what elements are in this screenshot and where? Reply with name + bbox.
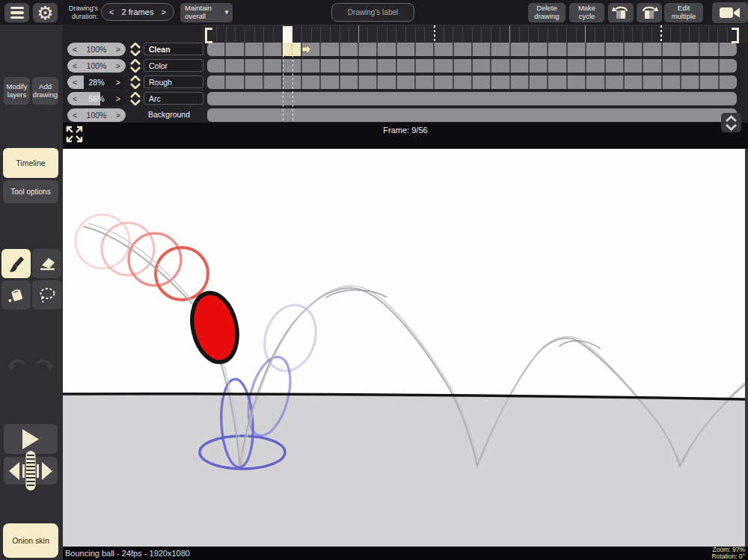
range-start-bracket[interactable] <box>205 28 212 43</box>
layer-name-clean[interactable]: Clean <box>144 43 203 55</box>
timeline-cell[interactable] <box>264 43 281 56</box>
onion-skin-button[interactable]: Onion skin <box>3 523 58 558</box>
timeline-cell[interactable] <box>681 43 699 56</box>
timeline-cell[interactable] <box>245 43 263 56</box>
opacity-next-button[interactable]: > <box>116 59 120 73</box>
add-drawing-button[interactable]: Add drawing <box>32 77 58 105</box>
drawing-canvas[interactable] <box>63 149 745 547</box>
layer-opacity-stepper[interactable]: <100%> <box>67 108 126 122</box>
timeline-cell[interactable] <box>302 76 319 89</box>
layer-name-rough[interactable]: Rough <box>144 76 203 88</box>
timeline-cell[interactable] <box>511 76 528 89</box>
timeline-cell[interactable] <box>720 76 737 89</box>
undo-button[interactable] <box>6 354 28 375</box>
delete-drawing-button[interactable]: Delete drawing <box>528 3 565 22</box>
maintain-overall-dropdown[interactable]: Maintain overall ▼ <box>180 3 233 22</box>
timeline-cell[interactable] <box>606 43 623 56</box>
timeline-cell[interactable] <box>606 76 623 89</box>
timeline-cell[interactable] <box>625 76 642 89</box>
timeline-cell[interactable] <box>643 76 660 89</box>
timeline-cell[interactable] <box>700 76 717 89</box>
timeline-cell[interactable] <box>491 76 509 89</box>
timeline-cell[interactable] <box>302 59 319 73</box>
layer-track[interactable] <box>207 76 737 89</box>
tab-tool-options[interactable]: Tool options <box>3 180 58 203</box>
collapse-timeline-button[interactable] <box>721 113 741 132</box>
timeline-cell[interactable] <box>264 59 281 73</box>
drawing-label-input[interactable] <box>331 3 414 22</box>
timeline-cell[interactable] <box>245 76 263 89</box>
camera-view-button[interactable] <box>712 2 748 23</box>
timeline-cell[interactable] <box>359 59 376 73</box>
timeline-cell[interactable] <box>663 43 680 56</box>
timeline-cell[interactable] <box>359 76 376 89</box>
timeline-cell[interactable] <box>321 76 338 89</box>
duration-next-button[interactable]: > <box>162 7 166 16</box>
step-forward-icon[interactable] <box>37 464 39 478</box>
timeline-cell[interactable] <box>643 59 660 73</box>
timeline-cell[interactable] <box>606 59 623 73</box>
eraser-tool-button[interactable] <box>32 249 61 278</box>
brush-tool-button[interactable] <box>1 249 31 278</box>
timeline-cell[interactable] <box>511 59 528 73</box>
timeline-cell[interactable] <box>397 59 414 73</box>
layer-opacity-stepper[interactable]: <100%> <box>67 59 126 73</box>
opacity-next-button[interactable]: > <box>116 43 120 56</box>
layer-track[interactable] <box>207 108 737 122</box>
timeline-cell[interactable] <box>397 76 414 89</box>
timeline-cell[interactable] <box>340 76 358 89</box>
fill-tool-button[interactable] <box>1 280 31 310</box>
timeline-cell[interactable] <box>586 59 604 73</box>
timeline-cell[interactable] <box>226 43 243 56</box>
timeline-cell[interactable] <box>568 43 585 56</box>
timeline-cell[interactable] <box>663 59 680 73</box>
timeline-cell[interactable] <box>378 76 395 89</box>
layer-name-color[interactable]: Color <box>144 59 203 72</box>
timeline-cell[interactable] <box>548 43 565 56</box>
frame-scrubber[interactable] <box>4 457 58 484</box>
timeline-cell[interactable] <box>378 59 395 73</box>
timeline-cell[interactable] <box>625 43 642 56</box>
timeline-cell[interactable] <box>548 59 565 73</box>
layer-track[interactable] <box>207 59 737 73</box>
timeline-cell[interactable] <box>511 43 528 56</box>
timeline-cell[interactable] <box>454 76 471 89</box>
timeline-cell[interactable] <box>207 76 224 89</box>
timeline-cell[interactable] <box>207 59 224 73</box>
timeline-cell[interactable] <box>568 59 585 73</box>
layer-reorder-button[interactable] <box>129 43 142 56</box>
timeline-cell[interactable] <box>340 43 358 56</box>
layer-name-background[interactable]: Background <box>144 108 203 121</box>
timeline-cell[interactable] <box>530 43 547 56</box>
timeline-cell[interactable] <box>548 76 565 89</box>
timeline-cell[interactable] <box>416 76 433 89</box>
opacity-next-button[interactable]: > <box>116 92 120 105</box>
edit-multiple-button[interactable]: Edit multiple <box>664 3 703 22</box>
timeline-cell[interactable] <box>435 76 452 89</box>
timeline-cell[interactable] <box>340 59 358 73</box>
timeline-cell[interactable] <box>226 76 243 89</box>
timeline-cell[interactable] <box>416 43 433 56</box>
timeline-cell[interactable] <box>681 59 699 73</box>
layer-name-arc[interactable]: Arc <box>144 92 203 105</box>
range-end-bracket[interactable] <box>732 28 739 43</box>
timeline-cell[interactable] <box>720 59 737 73</box>
lasso-tool-button[interactable] <box>32 280 61 310</box>
modify-layers-button[interactable]: Modify layers <box>4 77 30 105</box>
layer-opacity-stepper[interactable]: <56%> <box>67 92 126 105</box>
timeline-cell[interactable] <box>473 43 490 56</box>
duration-stepper[interactable]: < 2 frames > <box>101 3 174 21</box>
timeline-cell[interactable] <box>321 59 338 73</box>
timeline-cell[interactable] <box>397 43 414 56</box>
timeline-cell[interactable] <box>245 59 263 73</box>
layer-track[interactable] <box>207 43 737 56</box>
timeline-cell[interactable] <box>700 43 717 56</box>
timeline-cell[interactable] <box>264 76 281 89</box>
timeline-cell[interactable] <box>435 59 452 73</box>
timeline-cell[interactable] <box>207 43 224 56</box>
timeline-cell[interactable] <box>700 59 717 73</box>
settings-button[interactable]: ⚙ <box>33 3 58 22</box>
timeline-cell[interactable] <box>473 59 490 73</box>
make-cycle-button[interactable]: Make cycle <box>569 3 604 22</box>
timeline-cell[interactable] <box>586 76 604 89</box>
